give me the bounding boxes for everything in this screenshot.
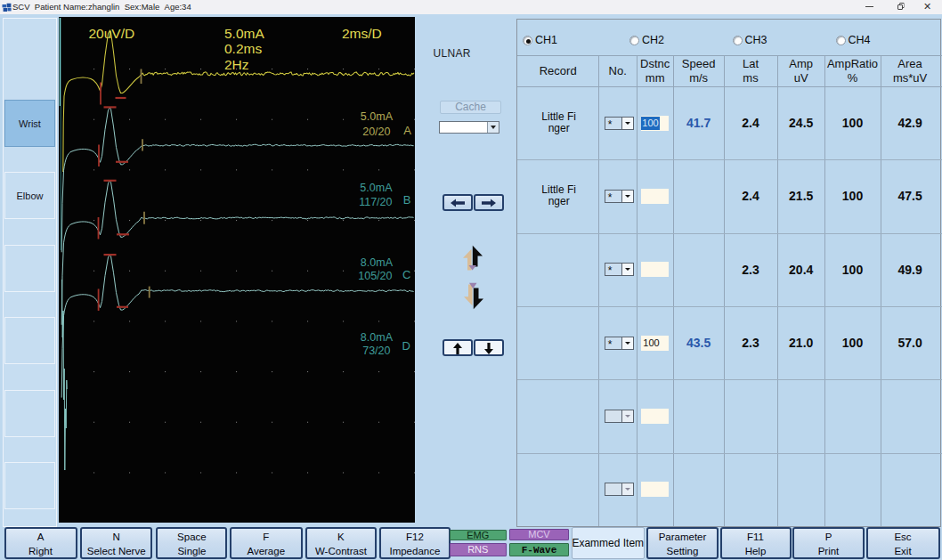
svg-text:0.2ms: 0.2ms <box>224 41 262 56</box>
svg-text:20uV/D: 20uV/D <box>89 26 135 41</box>
svg-text:A: A <box>403 124 411 137</box>
svg-text:105/20: 105/20 <box>358 270 392 282</box>
svg-text:5.0mA: 5.0mA <box>360 182 393 194</box>
svg-text:D: D <box>402 339 410 353</box>
svg-text:20/20: 20/20 <box>362 126 390 138</box>
svg-text:73/20: 73/20 <box>362 345 390 357</box>
svg-text:C: C <box>402 268 410 281</box>
svg-text:2ms/D: 2ms/D <box>342 26 382 41</box>
svg-text:2Hz: 2Hz <box>224 57 249 72</box>
svg-text:B: B <box>403 193 411 207</box>
svg-text:8.0mA: 8.0mA <box>361 256 394 269</box>
svg-text:117/20: 117/20 <box>359 196 392 208</box>
svg-text:8.0mA: 8.0mA <box>361 331 394 344</box>
svg-text:5.0mA: 5.0mA <box>224 26 264 41</box>
svg-text:5.0mA: 5.0mA <box>361 110 394 123</box>
